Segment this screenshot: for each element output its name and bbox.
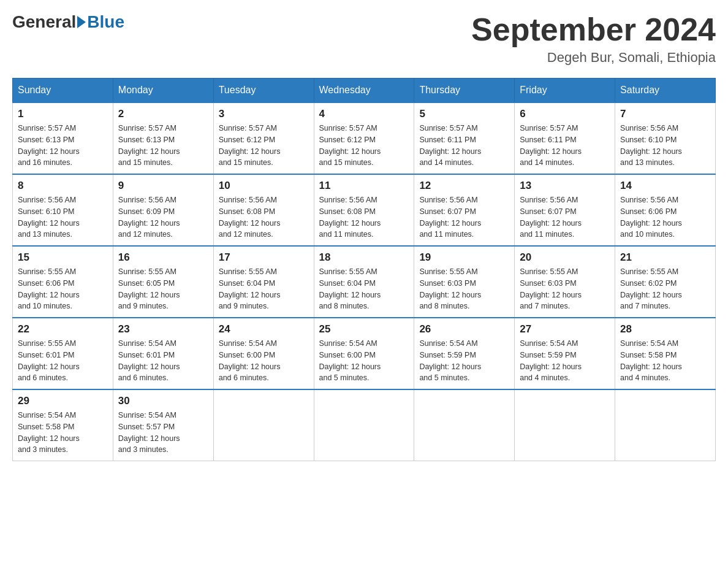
logo-blue-text: Blue: [87, 12, 124, 32]
calendar-cell: 25Sunrise: 5:54 AMSunset: 6:00 PMDayligh…: [314, 318, 414, 389]
week-row-5: 29Sunrise: 5:54 AMSunset: 5:58 PMDayligh…: [13, 389, 716, 461]
day-info: Sunrise: 5:56 AMSunset: 6:08 PMDaylight:…: [319, 194, 409, 240]
calendar-cell: 28Sunrise: 5:54 AMSunset: 5:58 PMDayligh…: [615, 318, 716, 389]
week-row-4: 22Sunrise: 5:55 AMSunset: 6:01 PMDayligh…: [13, 318, 716, 389]
calendar-cell: 26Sunrise: 5:54 AMSunset: 5:59 PMDayligh…: [414, 318, 515, 389]
logo-general-text: General: [12, 12, 76, 32]
week-row-2: 8Sunrise: 5:56 AMSunset: 6:10 PMDaylight…: [13, 174, 716, 246]
day-info: Sunrise: 5:54 AMSunset: 5:58 PMDaylight:…: [620, 338, 710, 384]
calendar-cell: 6Sunrise: 5:57 AMSunset: 6:11 PMDaylight…: [515, 102, 615, 174]
calendar-cell: 15Sunrise: 5:55 AMSunset: 6:06 PMDayligh…: [13, 246, 113, 318]
calendar-cell: 16Sunrise: 5:55 AMSunset: 6:05 PMDayligh…: [113, 246, 213, 318]
calendar-cell: [615, 389, 716, 461]
day-info: Sunrise: 5:55 AMSunset: 6:01 PMDaylight:…: [18, 338, 108, 384]
column-header-monday: Monday: [113, 79, 213, 103]
calendar-cell: 17Sunrise: 5:55 AMSunset: 6:04 PMDayligh…: [213, 246, 314, 318]
day-number: 29: [18, 395, 108, 407]
column-header-sunday: Sunday: [13, 79, 113, 103]
day-info: Sunrise: 5:54 AMSunset: 6:00 PMDaylight:…: [219, 338, 309, 384]
day-number: 22: [18, 323, 108, 335]
calendar-cell: 7Sunrise: 5:56 AMSunset: 6:10 PMDaylight…: [615, 102, 716, 174]
page-header: General Blue September 2024 Degeh Bur, S…: [12, 12, 716, 66]
calendar-cell: 20Sunrise: 5:55 AMSunset: 6:03 PMDayligh…: [515, 246, 615, 318]
column-header-saturday: Saturday: [615, 79, 716, 103]
calendar-cell: 27Sunrise: 5:54 AMSunset: 5:59 PMDayligh…: [515, 318, 615, 389]
calendar-cell: 29Sunrise: 5:54 AMSunset: 5:58 PMDayligh…: [13, 389, 113, 461]
calendar-cell: 10Sunrise: 5:56 AMSunset: 6:08 PMDayligh…: [213, 174, 314, 246]
day-info: Sunrise: 5:57 AMSunset: 6:11 PMDaylight:…: [520, 123, 610, 169]
day-info: Sunrise: 5:56 AMSunset: 6:09 PMDaylight:…: [118, 194, 208, 240]
day-info: Sunrise: 5:57 AMSunset: 6:13 PMDaylight:…: [118, 123, 208, 169]
day-number: 21: [620, 251, 710, 264]
day-number: 19: [419, 251, 509, 264]
day-number: 12: [419, 180, 509, 192]
calendar-cell: [314, 389, 414, 461]
day-number: 14: [620, 180, 710, 192]
calendar-cell: [515, 389, 615, 461]
day-info: Sunrise: 5:56 AMSunset: 6:07 PMDaylight:…: [419, 194, 509, 240]
day-number: 16: [118, 251, 208, 264]
calendar-cell: 8Sunrise: 5:56 AMSunset: 6:10 PMDaylight…: [13, 174, 113, 246]
day-info: Sunrise: 5:54 AMSunset: 5:59 PMDaylight:…: [419, 338, 509, 384]
day-number: 20: [520, 251, 610, 264]
day-number: 9: [118, 180, 208, 192]
day-number: 30: [118, 395, 208, 407]
calendar-cell: 19Sunrise: 5:55 AMSunset: 6:03 PMDayligh…: [414, 246, 515, 318]
calendar-cell: 3Sunrise: 5:57 AMSunset: 6:12 PMDaylight…: [213, 102, 314, 174]
day-info: Sunrise: 5:57 AMSunset: 6:12 PMDaylight:…: [319, 123, 409, 169]
day-number: 18: [319, 251, 409, 264]
day-info: Sunrise: 5:54 AMSunset: 5:57 PMDaylight:…: [118, 410, 208, 456]
column-header-friday: Friday: [515, 79, 615, 103]
calendar-cell: 2Sunrise: 5:57 AMSunset: 6:13 PMDaylight…: [113, 102, 213, 174]
calendar-cell: 11Sunrise: 5:56 AMSunset: 6:08 PMDayligh…: [314, 174, 414, 246]
day-info: Sunrise: 5:57 AMSunset: 6:12 PMDaylight:…: [219, 123, 309, 169]
week-row-1: 1Sunrise: 5:57 AMSunset: 6:13 PMDaylight…: [13, 102, 716, 174]
calendar-cell: 21Sunrise: 5:55 AMSunset: 6:02 PMDayligh…: [615, 246, 716, 318]
day-info: Sunrise: 5:55 AMSunset: 6:06 PMDaylight:…: [18, 266, 108, 312]
day-info: Sunrise: 5:56 AMSunset: 6:10 PMDaylight:…: [18, 194, 108, 240]
logo-arrow-icon: [77, 16, 86, 28]
day-number: 27: [520, 323, 610, 335]
day-number: 2: [118, 108, 208, 120]
day-info: Sunrise: 5:56 AMSunset: 6:07 PMDaylight:…: [520, 194, 610, 240]
calendar-cell: 9Sunrise: 5:56 AMSunset: 6:09 PMDaylight…: [113, 174, 213, 246]
calendar-cell: 18Sunrise: 5:55 AMSunset: 6:04 PMDayligh…: [314, 246, 414, 318]
calendar-cell: 12Sunrise: 5:56 AMSunset: 6:07 PMDayligh…: [414, 174, 515, 246]
day-info: Sunrise: 5:56 AMSunset: 6:08 PMDaylight:…: [219, 194, 309, 240]
day-number: 4: [319, 108, 409, 120]
week-row-3: 15Sunrise: 5:55 AMSunset: 6:06 PMDayligh…: [13, 246, 716, 318]
day-number: 13: [520, 180, 610, 192]
calendar-cell: [414, 389, 515, 461]
column-header-wednesday: Wednesday: [314, 79, 414, 103]
calendar-cell: 23Sunrise: 5:54 AMSunset: 6:01 PMDayligh…: [113, 318, 213, 389]
day-number: 3: [219, 108, 309, 120]
day-info: Sunrise: 5:54 AMSunset: 6:00 PMDaylight:…: [319, 338, 409, 384]
day-number: 11: [319, 180, 409, 192]
day-info: Sunrise: 5:55 AMSunset: 6:03 PMDaylight:…: [520, 266, 610, 312]
day-info: Sunrise: 5:57 AMSunset: 6:11 PMDaylight:…: [419, 123, 509, 169]
day-info: Sunrise: 5:55 AMSunset: 6:04 PMDaylight:…: [319, 266, 409, 312]
day-info: Sunrise: 5:57 AMSunset: 6:13 PMDaylight:…: [18, 123, 108, 169]
calendar-cell: 22Sunrise: 5:55 AMSunset: 6:01 PMDayligh…: [13, 318, 113, 389]
calendar-cell: 24Sunrise: 5:54 AMSunset: 6:00 PMDayligh…: [213, 318, 314, 389]
month-title: September 2024: [471, 12, 716, 47]
calendar-cell: 30Sunrise: 5:54 AMSunset: 5:57 PMDayligh…: [113, 389, 213, 461]
day-number: 15: [18, 251, 108, 264]
calendar-table: SundayMondayTuesdayWednesdayThursdayFrid…: [12, 78, 716, 461]
day-info: Sunrise: 5:56 AMSunset: 6:06 PMDaylight:…: [620, 194, 710, 240]
day-number: 23: [118, 323, 208, 335]
calendar-cell: 4Sunrise: 5:57 AMSunset: 6:12 PMDaylight…: [314, 102, 414, 174]
day-number: 6: [520, 108, 610, 120]
day-number: 17: [219, 251, 309, 264]
day-info: Sunrise: 5:55 AMSunset: 6:05 PMDaylight:…: [118, 266, 208, 312]
calendar-cell: 14Sunrise: 5:56 AMSunset: 6:06 PMDayligh…: [615, 174, 716, 246]
day-info: Sunrise: 5:55 AMSunset: 6:03 PMDaylight:…: [419, 266, 509, 312]
day-number: 8: [18, 180, 108, 192]
day-number: 1: [18, 108, 108, 120]
day-info: Sunrise: 5:54 AMSunset: 6:01 PMDaylight:…: [118, 338, 208, 384]
day-number: 28: [620, 323, 710, 335]
calendar-cell: 1Sunrise: 5:57 AMSunset: 6:13 PMDaylight…: [13, 102, 113, 174]
day-number: 7: [620, 108, 710, 120]
day-info: Sunrise: 5:55 AMSunset: 6:02 PMDaylight:…: [620, 266, 710, 312]
day-number: 10: [219, 180, 309, 192]
